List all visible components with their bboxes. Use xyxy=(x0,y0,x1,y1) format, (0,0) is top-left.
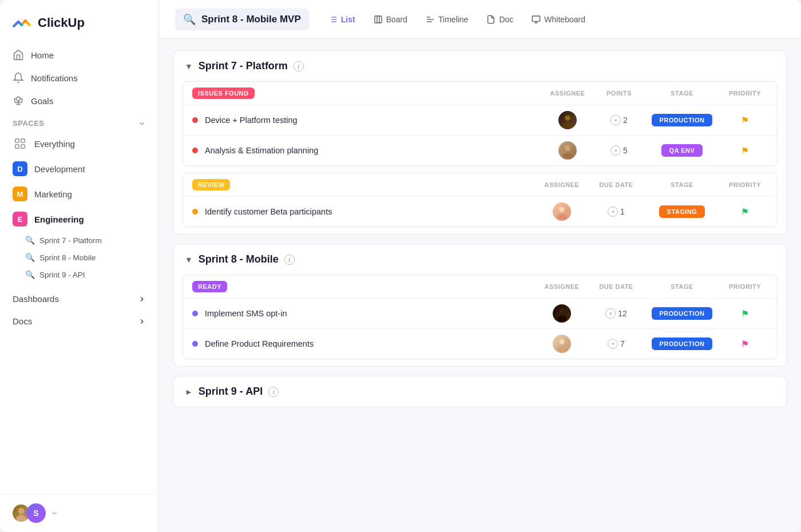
points-cell: ✦ 2 xyxy=(596,115,642,125)
svg-rect-19 xyxy=(533,16,540,21)
sprint7-card: ▼ Sprint 7 - Platform i ISSUES FOUND ASS… xyxy=(173,50,787,235)
svg-point-6 xyxy=(16,515,26,521)
ready-badge: READY xyxy=(192,281,227,292)
svg-point-24 xyxy=(565,145,570,150)
sprint9-header[interactable]: ► Sprint 9 - API i xyxy=(173,376,787,407)
sidebar-item-development[interactable]: D Development xyxy=(6,156,153,181)
sprint8-card: ▼ Sprint 8 - Mobile i READY ASSIGNEE DUE… xyxy=(173,244,787,367)
points-value: 1 xyxy=(620,207,625,216)
tab-whiteboard-label: Whiteboard xyxy=(544,15,585,24)
stage-tag: PRODUCTION xyxy=(652,114,713,126)
stage-cell: PRODUCTION xyxy=(642,114,722,126)
tab-doc-label: Doc xyxy=(499,15,513,24)
task-name: Analysis & Estimation planning xyxy=(205,146,539,155)
topbar: 🔍 Sprint 8 - Mobile MVP List Board Timel… xyxy=(159,0,801,39)
avatar-initials: S xyxy=(26,503,46,523)
sprint7-info-icon: i xyxy=(294,61,304,72)
sidebar-item-notifications[interactable]: Notifications xyxy=(6,66,153,89)
avatar xyxy=(558,141,577,160)
sprint7-title: Sprint 7 - Platform xyxy=(199,60,288,72)
sidebar-item-marketing[interactable]: M Marketing xyxy=(6,181,153,207)
stage-cell: QA ENV xyxy=(642,144,722,157)
avatar xyxy=(553,335,571,353)
person-icon xyxy=(554,336,570,352)
sidebar-item-everything[interactable]: Everything xyxy=(6,131,153,156)
assignee-cell xyxy=(539,141,596,160)
everything-icon xyxy=(13,136,27,151)
board-icon xyxy=(374,15,383,24)
task-row[interactable]: Implement SMS opt-in ✦ 12 PRODUCTION xyxy=(183,298,777,328)
svg-rect-13 xyxy=(375,16,382,23)
timeline-icon xyxy=(426,15,435,24)
task-dot xyxy=(192,117,198,123)
avatar xyxy=(558,111,577,129)
priority-flag: ⚑ xyxy=(741,115,749,126)
task-row[interactable]: Analysis & Estimation planning ✦ 5 QA EN… xyxy=(183,135,777,165)
task-name: Identify customer Beta participants xyxy=(205,207,533,216)
svg-point-29 xyxy=(557,316,566,321)
tab-list[interactable]: List xyxy=(320,10,363,29)
svg-point-26 xyxy=(559,207,564,212)
spaces-header[interactable]: Spaces xyxy=(0,112,158,131)
stage-tag: STAGING xyxy=(659,205,705,218)
sidebar-item-marketing-label: Marketing xyxy=(34,189,72,199)
svg-point-0 xyxy=(17,97,21,101)
person-icon xyxy=(554,204,570,220)
priority-flag: ⚑ xyxy=(741,207,749,217)
sprint8-icon: 🔍 xyxy=(25,253,35,262)
everything-grid-icon xyxy=(14,137,26,150)
sprint9-info-icon: i xyxy=(268,387,279,397)
points-value: 5 xyxy=(623,146,628,155)
sidebar: ClickUp Home Notifications Goals Spaces … xyxy=(0,0,159,532)
logo-text: ClickUp xyxy=(38,15,85,30)
sprint-selector[interactable]: 🔍 Sprint 8 - Mobile MVP xyxy=(175,9,309,30)
col-duedate-header: DUE DATE xyxy=(590,181,642,188)
logo[interactable]: ClickUp xyxy=(0,0,158,43)
sidebar-item-sprint7[interactable]: 🔍 Sprint 7 - Platform xyxy=(17,232,153,249)
duedate-cell: ✦ 12 xyxy=(590,308,642,319)
sidebar-footer[interactable]: S xyxy=(0,494,158,532)
col-priority-header: PRIORITY xyxy=(722,283,768,290)
sidebar-item-home[interactable]: Home xyxy=(6,43,153,66)
person-icon xyxy=(554,305,570,321)
tab-whiteboard[interactable]: Whiteboard xyxy=(524,10,593,29)
tab-board[interactable]: Board xyxy=(366,10,415,29)
sidebar-item-engineering-label: Engineering xyxy=(34,215,84,224)
task-row[interactable]: Identify customer Beta participants ✦ 1 … xyxy=(183,196,777,227)
sprint7-header[interactable]: ▼ Sprint 7 - Platform i xyxy=(173,51,787,81)
sprint9-chevron-icon: ► xyxy=(185,387,193,396)
sidebar-item-home-label: Home xyxy=(31,50,54,60)
dashboards-chevron-icon xyxy=(138,295,146,303)
task-row[interactable]: Define Product Requirements ✦ 7 PRODUCTI… xyxy=(183,328,777,359)
priority-cell: ⚑ xyxy=(722,339,768,350)
tab-timeline[interactable]: Timeline xyxy=(418,10,476,29)
svg-rect-1 xyxy=(15,139,19,142)
task-row[interactable]: Device + Platform testing ✦ 2 PRODUCTION xyxy=(183,105,777,135)
stage-tag: PRODUCTION xyxy=(652,338,713,350)
svg-point-22 xyxy=(565,115,570,120)
tab-list-label: List xyxy=(341,15,355,24)
sidebar-item-development-label: Development xyxy=(34,164,85,174)
points-icon: ✦ xyxy=(608,339,618,349)
stage-tag: PRODUCTION xyxy=(652,307,713,320)
sidebar-item-engineering[interactable]: E Engineering xyxy=(6,207,153,232)
sprint8-header[interactable]: ▼ Sprint 8 - Mobile i xyxy=(173,244,787,275)
sidebar-item-goals[interactable]: Goals xyxy=(6,89,153,112)
priority-cell: ⚑ xyxy=(722,207,768,217)
sidebar-item-sprint8[interactable]: 🔍 Sprint 8 - Mobile xyxy=(17,249,153,266)
sidebar-item-dashboards[interactable]: Dashboards xyxy=(6,288,153,310)
sidebar-item-docs[interactable]: Docs xyxy=(6,310,153,332)
task-dot xyxy=(192,341,198,347)
tab-doc[interactable]: Doc xyxy=(478,10,521,29)
spaces-chevron-icon xyxy=(138,120,146,128)
col-assignee-header: ASSIGNEE xyxy=(533,181,590,188)
priority-cell: ⚑ xyxy=(722,308,768,319)
points-icon: ✦ xyxy=(610,115,621,125)
sprint7-review-header: REVIEW ASSIGNEE DUE DATE STAGE PRIORITY xyxy=(183,173,777,196)
col-assignee-header: ASSIGNEE xyxy=(533,283,590,290)
sidebar-item-sprint9[interactable]: 🔍 Sprint 9 - API xyxy=(17,266,153,283)
spaces-label: Spaces xyxy=(13,119,45,128)
sprint7-chevron-icon: ▼ xyxy=(185,62,193,71)
stage-cell: PRODUCTION xyxy=(642,307,722,320)
sprint8-ready-group: READY ASSIGNEE DUE DATE STAGE PRIORITY I… xyxy=(183,275,778,359)
